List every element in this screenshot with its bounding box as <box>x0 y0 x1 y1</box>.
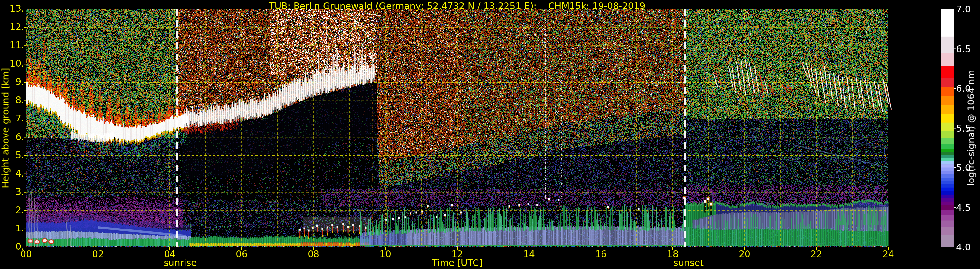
colorbar-tick-label: 4.5 <box>956 202 971 213</box>
colorbar-tick-label: 5.0 <box>956 162 971 173</box>
y-tick-label: 11. <box>0 40 24 51</box>
x-tick-label: 20 <box>739 249 751 259</box>
page-title: TUB: Berlin Grunewald (Germany; 52.4732 … <box>269 1 646 11</box>
ceilometer-heatmap-canvas <box>0 0 980 269</box>
y-tick-label: 7. <box>0 113 24 124</box>
x-tick-label: 12 <box>451 249 463 259</box>
colorbar-tick-label: 6.5 <box>956 43 971 54</box>
y-tick-label: 1. <box>0 223 24 234</box>
colorbar-tick-label: 5.5 <box>956 123 971 134</box>
colorbar-tick-label: 6.0 <box>956 83 971 94</box>
x-tick-label: 22 <box>811 249 822 259</box>
x-tick-label: 16 <box>595 249 607 259</box>
colorbar-tick-label: 7.0 <box>956 4 971 15</box>
y-tick-label: 13. <box>0 3 24 14</box>
y-tick-label: 10. <box>0 58 24 69</box>
x-tick-label: 14 <box>523 249 535 259</box>
x-tick-label: 02 <box>92 249 104 259</box>
y-tick-label: 0. <box>0 241 24 252</box>
y-tick-label: 4. <box>0 168 24 179</box>
x-tick-label: 08 <box>308 249 319 259</box>
x-tick-label: 04 <box>164 249 176 259</box>
x-tick-label: 18 <box>667 249 679 259</box>
colorbar-tick-label: 4.0 <box>956 242 971 253</box>
y-tick-label: 9. <box>0 76 24 87</box>
ceilometer-quicklook-figure: TUB: Berlin Grunewald (Germany; 52.4732 … <box>0 0 980 269</box>
x-tick-label: 06 <box>236 249 248 259</box>
x-tick-label: 24 <box>882 249 894 259</box>
y-tick-label: 12. <box>0 22 24 32</box>
y-tick-label: 3. <box>0 186 24 197</box>
y-tick-label: 6. <box>0 132 24 142</box>
y-tick-label: 8. <box>0 95 24 106</box>
y-tick-label: 2. <box>0 205 24 215</box>
x-tick-label: 10 <box>379 249 391 259</box>
y-tick-label: 5. <box>0 150 24 161</box>
